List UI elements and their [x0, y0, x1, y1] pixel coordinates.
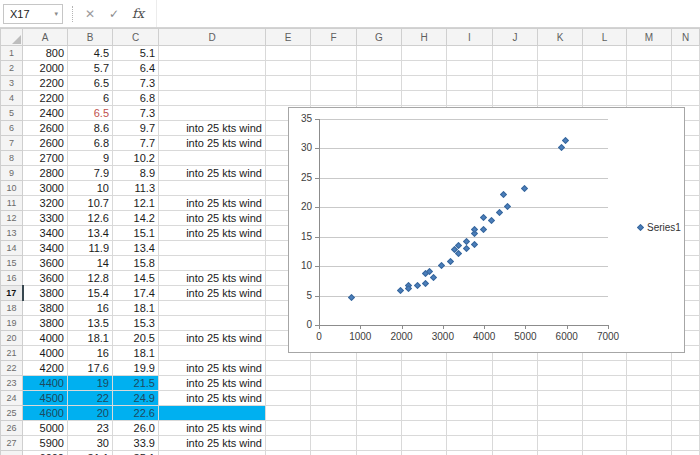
- row-header-16[interactable]: 16: [1, 271, 23, 286]
- column-header-J[interactable]: J: [493, 29, 538, 46]
- column-header-L[interactable]: L: [583, 29, 627, 46]
- column-header-B[interactable]: B: [68, 29, 113, 46]
- cell-C16[interactable]: 14.5: [113, 271, 159, 286]
- cell-D13[interactable]: into 25 kts wind: [159, 226, 266, 241]
- select-all-corner[interactable]: [1, 29, 23, 46]
- cell-J24[interactable]: [493, 391, 538, 406]
- cell-A14[interactable]: 3400: [23, 241, 68, 256]
- cell-C25[interactable]: 22.6: [113, 406, 159, 421]
- cell-F27[interactable]: [311, 436, 357, 451]
- cell-G27[interactable]: [357, 436, 402, 451]
- cell-G4[interactable]: [357, 91, 402, 106]
- cell-B19[interactable]: 13.5: [68, 316, 113, 331]
- cell-L25[interactable]: [583, 406, 627, 421]
- cell-I23[interactable]: [447, 376, 493, 391]
- cell-K4[interactable]: [538, 91, 583, 106]
- cell-H1[interactable]: [402, 46, 447, 61]
- column-header-N[interactable]: N: [672, 29, 700, 46]
- cell-D22[interactable]: into 25 kts wind: [159, 361, 266, 376]
- cell-G22[interactable]: [357, 361, 402, 376]
- column-header-I[interactable]: I: [447, 29, 493, 46]
- cell-A17[interactable]: 3800: [23, 286, 68, 301]
- cell-B6[interactable]: 8.6: [68, 121, 113, 136]
- row-header-1[interactable]: 1: [1, 46, 23, 61]
- cell-A25[interactable]: 4600: [23, 406, 68, 421]
- cell-A3[interactable]: 2200: [23, 76, 68, 91]
- cell-F23[interactable]: [311, 376, 357, 391]
- cancel-icon[interactable]: ✕: [78, 7, 102, 21]
- cell-H24[interactable]: [402, 391, 447, 406]
- cell-A8[interactable]: 2700: [23, 151, 68, 166]
- cell-K23[interactable]: [538, 376, 583, 391]
- cell-A23[interactable]: 4400: [23, 376, 68, 391]
- row-header-28[interactable]: 28: [1, 451, 23, 455]
- column-header-C[interactable]: C: [113, 29, 159, 46]
- column-header-H[interactable]: H: [402, 29, 447, 46]
- row-header-5[interactable]: 5: [1, 106, 23, 121]
- row-header-27[interactable]: 27: [1, 436, 23, 451]
- cell-J27[interactable]: [493, 436, 538, 451]
- cell-I25[interactable]: [447, 406, 493, 421]
- cell-M4[interactable]: [627, 91, 672, 106]
- cell-D10[interactable]: [159, 181, 266, 196]
- cell-N1[interactable]: [672, 46, 700, 61]
- cell-D7[interactable]: into 25 kts wind: [159, 136, 266, 151]
- cell-G28[interactable]: [357, 451, 402, 455]
- cell-B4[interactable]: 6: [68, 91, 113, 106]
- cell-B5[interactable]: 6.5: [68, 106, 113, 121]
- cell-C7[interactable]: 7.7: [113, 136, 159, 151]
- cell-A4[interactable]: 2200: [23, 91, 68, 106]
- cell-C6[interactable]: 9.7: [113, 121, 159, 136]
- cell-A28[interactable]: 6000: [23, 451, 68, 455]
- cell-B20[interactable]: 18.1: [68, 331, 113, 346]
- cell-D27[interactable]: into 25 kts wind: [159, 436, 266, 451]
- cell-D15[interactable]: [159, 256, 266, 271]
- cell-B3[interactable]: 6.5: [68, 76, 113, 91]
- cell-N28[interactable]: [672, 451, 700, 455]
- column-header-M[interactable]: M: [627, 29, 672, 46]
- cell-H22[interactable]: [402, 361, 447, 376]
- cell-E23[interactable]: [266, 376, 311, 391]
- cell-G26[interactable]: [357, 421, 402, 436]
- cell-M23[interactable]: [627, 376, 672, 391]
- row-header-21[interactable]: 21: [1, 346, 23, 361]
- cell-F1[interactable]: [311, 46, 357, 61]
- cell-H25[interactable]: [402, 406, 447, 421]
- column-header-K[interactable]: K: [538, 29, 583, 46]
- row-header-24[interactable]: 24: [1, 391, 23, 406]
- cell-K24[interactable]: [538, 391, 583, 406]
- cell-C22[interactable]: 19.9: [113, 361, 159, 376]
- cell-A6[interactable]: 2600: [23, 121, 68, 136]
- row-header-10[interactable]: 10: [1, 181, 23, 196]
- cell-J23[interactable]: [493, 376, 538, 391]
- cell-J22[interactable]: [493, 361, 538, 376]
- cell-I28[interactable]: [447, 451, 493, 455]
- cell-D17[interactable]: into 25 kts wind: [159, 286, 266, 301]
- cell-D1[interactable]: [159, 46, 266, 61]
- cell-B25[interactable]: 20: [68, 406, 113, 421]
- cell-D20[interactable]: into 25 kts wind: [159, 331, 266, 346]
- cell-A5[interactable]: 2400: [23, 106, 68, 121]
- cell-C23[interactable]: 21.5: [113, 376, 159, 391]
- cell-D21[interactable]: [159, 346, 266, 361]
- cell-C24[interactable]: 24.9: [113, 391, 159, 406]
- cell-A24[interactable]: 4500: [23, 391, 68, 406]
- cell-L26[interactable]: [583, 421, 627, 436]
- cell-K22[interactable]: [538, 361, 583, 376]
- cell-D5[interactable]: [159, 106, 266, 121]
- insert-function-icon[interactable]: fx: [126, 6, 150, 21]
- cell-N27[interactable]: [672, 436, 700, 451]
- row-header-23[interactable]: 23: [1, 376, 23, 391]
- cell-H3[interactable]: [402, 76, 447, 91]
- row-header-4[interactable]: 4: [1, 91, 23, 106]
- cell-B14[interactable]: 11.9: [68, 241, 113, 256]
- row-header-6[interactable]: 6: [1, 121, 23, 136]
- cell-I26[interactable]: [447, 421, 493, 436]
- cell-M2[interactable]: [627, 61, 672, 76]
- cell-L28[interactable]: [583, 451, 627, 455]
- cell-M1[interactable]: [627, 46, 672, 61]
- cell-J3[interactable]: [493, 76, 538, 91]
- cell-C15[interactable]: 15.8: [113, 256, 159, 271]
- row-header-9[interactable]: 9: [1, 166, 23, 181]
- row-header-12[interactable]: 12: [1, 211, 23, 226]
